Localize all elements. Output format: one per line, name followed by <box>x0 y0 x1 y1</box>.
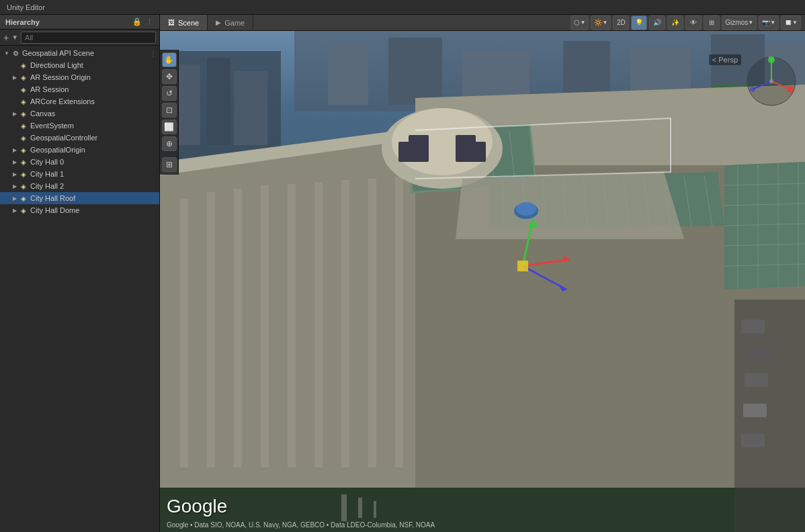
svg-rect-22 <box>341 180 349 468</box>
tree-arrow-geoorigin[interactable] <box>11 146 19 154</box>
tree-item-city-hall-1[interactable]: ◈ City Hall 1 <box>0 168 159 180</box>
tree-item-geospatial-origin[interactable]: ◈ GeospatialOrigin <box>0 144 159 156</box>
tree-label-ch0: City Hall 0 <box>30 158 64 166</box>
hierarchy-menu-icon[interactable]: ⋮ <box>144 17 154 27</box>
tree-item-city-hall-dome[interactable]: ◈ City Hall Dome <box>0 204 159 216</box>
orientation-gizmo[interactable]: y <box>745 54 798 108</box>
attribution-text: Google • Data SIO, NOAA, U.S. Navy, NGA,… <box>167 521 435 529</box>
tree-label-dlight: Directional Light <box>30 61 83 69</box>
camera-icon: 📷 <box>762 19 770 26</box>
hierarchy-header: Hierarchy 🔒 ⋮ <box>0 15 159 30</box>
tree-label-chroof: City Hall Roof <box>30 194 75 202</box>
svg-rect-3 <box>207 58 230 145</box>
tree-item-arcore-extensions[interactable]: ◈ ARCore Extensions <box>0 95 159 107</box>
scene-left-tools: ✋ ✥ ↺ ⊡ ⬜ ⊕ ⊞ <box>160 50 179 175</box>
scale-tool-btn[interactable]: ⊡ <box>162 103 177 118</box>
hierarchy-lock-icon[interactable]: 🔒 <box>132 17 142 27</box>
svg-rect-18 <box>234 189 242 468</box>
grid-btn[interactable]: ⊞ <box>704 15 720 30</box>
tree-item-directional-light[interactable]: ◈ Directional Light <box>0 59 159 71</box>
svg-rect-75 <box>734 300 805 532</box>
tree-label-arcore: ARCore Extensions <box>30 97 95 105</box>
camera-chevron: ▼ <box>770 19 775 26</box>
tree-item-ar-session-origin[interactable]: ◈ AR Session Origin <box>0 71 159 83</box>
tree-item-geospatial-api-scene[interactable]: ⚙ Geospatial API Scene ⋮ <box>0 47 159 59</box>
2d-btn[interactable]: 2D <box>613 15 629 30</box>
tree-arrow-expand[interactable] <box>3 49 11 57</box>
google-logo-text: Google <box>167 496 227 517</box>
tree-item-city-hall-0[interactable]: ◈ City Hall 0 <box>0 156 159 168</box>
layers-btn[interactable]: 🔲 ▼ <box>781 15 801 30</box>
effects2-icon: ✨ <box>671 19 679 26</box>
svg-point-90 <box>750 87 755 92</box>
hierarchy-panel: Hierarchy 🔒 ⋮ + ▼ ⚙ Geospatial API Scene… <box>0 15 160 532</box>
tree-arrow-arsorigin[interactable] <box>11 73 19 81</box>
game-tab-label: Game <box>224 19 245 27</box>
tree-arrow-canvas[interactable] <box>11 109 19 118</box>
effects2-btn[interactable]: ✨ <box>667 15 683 30</box>
tree-item-eventsystem[interactable]: ◈ EventSystem <box>0 120 159 132</box>
hierarchy-title: Hierarchy <box>5 18 40 26</box>
transform-tool-btn[interactable]: ⊕ <box>162 136 177 151</box>
hierarchy-search-input[interactable] <box>21 32 156 44</box>
lighting-btn[interactable]: 💡 <box>631 15 647 30</box>
tree-arrow-chroof[interactable] <box>11 194 19 202</box>
tree-item-geospatial-controller[interactable]: ◈ GeospatialController <box>0 132 159 144</box>
svg-point-91 <box>769 79 773 83</box>
tree-arrow-ch1[interactable] <box>11 170 19 178</box>
svg-rect-23 <box>368 179 376 468</box>
tree-item-canvas[interactable]: ◈ Canvas <box>0 107 159 120</box>
hierarchy-add-icon[interactable]: + <box>3 32 9 43</box>
move-tool-btn[interactable]: ✥ <box>162 69 177 84</box>
tree-icon-geoctl: ◈ <box>19 133 28 142</box>
audio-btn[interactable]: 🔊 <box>649 15 665 30</box>
tree-arrow-ch2[interactable] <box>11 182 19 190</box>
tree-item-city-hall-2[interactable]: ◈ City Hall 2 <box>0 180 159 192</box>
svg-marker-77 <box>563 255 570 263</box>
grid-toggle-btn[interactable]: ⊞ <box>162 157 177 172</box>
rect-tool-btn[interactable]: ⬜ <box>162 120 177 134</box>
tree-icon-eventsystem: ◈ <box>19 121 28 130</box>
tree-item-city-hall-roof[interactable]: ◈ City Hall Roof <box>0 192 159 204</box>
gizmos-btn[interactable]: Gizmos ▼ <box>722 15 757 30</box>
tab-scene[interactable]: 🖼 Scene <box>160 15 208 30</box>
tree-label-geoorigin: GeospatialOrigin <box>30 146 85 154</box>
google-watermark: Google <box>167 496 227 517</box>
tree-label-ch2: City Hall 2 <box>30 182 64 190</box>
rotate-tool-btn[interactable]: ↺ <box>162 86 177 101</box>
tree-item-ar-session[interactable]: ◈ AR Session <box>0 83 159 95</box>
tree-label-arsorigin: AR Session Origin <box>30 73 91 81</box>
hierarchy-dropdown-icon[interactable]: ▼ <box>11 34 18 41</box>
scene-menu-icon[interactable]: ⋮ <box>150 50 157 57</box>
layers-icon: 🔲 <box>784 19 792 26</box>
persp-label: < Persp <box>709 54 741 65</box>
svg-rect-7 <box>388 38 442 105</box>
svg-point-88 <box>787 86 794 93</box>
tree-label-geoctl: GeospatialController <box>30 134 97 142</box>
tab-bar: 🖼 Scene ▶ Game ⬡ ▼ 🔆 ▼ 2D <box>160 15 805 31</box>
hierarchy-header-icons: 🔒 ⋮ <box>132 17 154 27</box>
shading-dropdown[interactable]: ⬡ ▼ <box>570 15 589 30</box>
tree-label-chdome: City Hall Dome <box>30 206 79 214</box>
tree-arrow-chdome[interactable] <box>11 206 19 214</box>
tree-icon-ch1: ◈ <box>19 169 28 179</box>
svg-rect-17 <box>207 192 215 468</box>
hand-tool-btn[interactable]: ✋ <box>162 52 177 67</box>
effects-btn[interactable]: 🔆 ▼ <box>591 15 611 30</box>
tree-arrow-ch0[interactable] <box>11 158 19 166</box>
2d-label: 2D <box>617 19 626 26</box>
scene-viewport[interactable]: ✋ ✥ ↺ ⊡ ⬜ ⊕ ⊞ <box>160 31 805 532</box>
svg-rect-20 <box>288 184 296 468</box>
tree-icon-ch0: ◈ <box>19 157 28 167</box>
tree-icon-dlight: ◈ <box>19 60 28 70</box>
audio-icon: 🔊 <box>653 19 661 26</box>
hierarchy-tree: ⚙ Geospatial API Scene ⋮ ◈ Directional L… <box>0 46 159 532</box>
svg-line-76 <box>523 259 570 266</box>
tab-game[interactable]: ▶ Game <box>208 15 253 30</box>
svg-rect-69 <box>374 501 376 518</box>
camera-btn[interactable]: 📷 ▼ <box>759 15 779 30</box>
tree-label-eventsystem: EventSystem <box>30 122 74 130</box>
hidden-btn[interactable]: 👁 <box>685 15 702 30</box>
hidden-icon: 👁 <box>690 19 697 26</box>
tree-icon-geoorigin: ◈ <box>19 145 28 154</box>
